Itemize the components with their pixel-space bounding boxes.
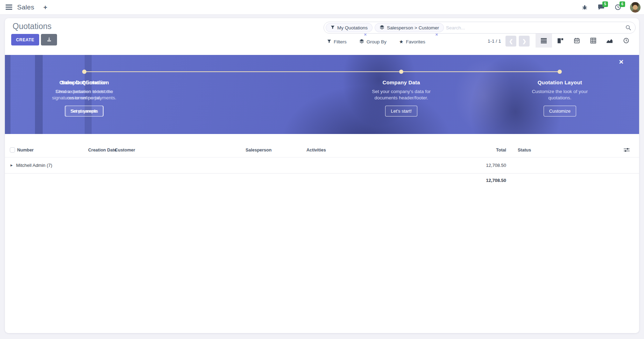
list-footer-row: 12,708.50 xyxy=(5,174,639,188)
step-description: Send a quotation to test the customer po… xyxy=(48,89,121,101)
group-total: 12,708.50 xyxy=(464,157,506,174)
view-activity-button[interactable] xyxy=(618,34,634,48)
column-header-status[interactable]: Status xyxy=(518,143,531,157)
layers-icon xyxy=(380,25,384,31)
activities-clock-icon[interactable]: 6 xyxy=(615,4,621,10)
filters-label: Filters xyxy=(334,39,347,44)
column-header-creation-date[interactable]: Creation Date xyxy=(88,143,116,157)
view-pivot-button[interactable] xyxy=(585,34,601,48)
view-calendar-button[interactable] xyxy=(568,34,585,48)
step-description: Set your company's data for documents he… xyxy=(365,89,438,101)
content-card: Quotations My Quotations × Salesperson >… xyxy=(5,18,639,333)
pager: 1-1 / 1 ❮ ❯ xyxy=(488,36,530,47)
list-view-icon xyxy=(541,38,547,43)
star-icon: ★ xyxy=(399,39,404,44)
app-root: Sales + 5 6 Quotations xyxy=(0,0,644,339)
footer-total: 12,708.50 xyxy=(464,174,506,188)
group-by-label: Group By xyxy=(367,39,387,44)
facet-remove-icon[interactable]: × xyxy=(435,32,438,37)
step-title: Quotation Layout xyxy=(481,79,639,85)
onboarding-banner: ✕ Company Data Set your company's data f… xyxy=(5,55,639,134)
send-sample-button[interactable]: Send sample xyxy=(65,106,103,116)
user-avatar[interactable] xyxy=(630,2,641,13)
search-facet-salesperson-customer[interactable]: Salesperson > Customer × xyxy=(375,23,444,32)
timeline-dot xyxy=(558,70,562,74)
navbar: Sales + 5 6 xyxy=(0,0,644,15)
filter-icon xyxy=(327,39,331,44)
timeline-dot xyxy=(399,70,403,74)
layers-icon xyxy=(359,39,364,45)
step-description: Customize the look of your quotations. xyxy=(523,89,596,101)
favorites-menu[interactable]: ★ Favorites xyxy=(399,39,425,44)
search-icon[interactable] xyxy=(625,25,631,30)
plus-icon[interactable]: + xyxy=(43,4,47,10)
app-name[interactable]: Sales xyxy=(17,3,34,11)
download-icon xyxy=(47,37,52,43)
pivot-view-icon xyxy=(590,38,596,43)
kanban-view-icon xyxy=(558,38,563,43)
messages-icon[interactable]: 5 xyxy=(598,4,604,10)
pager-next-button[interactable]: ❯ xyxy=(519,36,530,47)
page-title: Quotations xyxy=(13,22,51,31)
column-header-customer[interactable]: Customer xyxy=(115,143,135,157)
filter-icon xyxy=(331,25,335,30)
pager-value: 1-1 / 1 xyxy=(488,38,501,44)
group-label: Mitchell Admin (7) xyxy=(16,157,52,174)
search-menus: Filters Group By ★ Favorites xyxy=(327,36,425,47)
column-header-number[interactable]: Number xyxy=(17,143,34,157)
graph-view-icon xyxy=(607,38,613,43)
group-row-mitchell-admin[interactable]: ▶ Mitchell Admin (7) 12,708.50 xyxy=(5,157,639,174)
export-button[interactable] xyxy=(41,34,57,45)
timeline-dot xyxy=(82,70,86,74)
activity-view-icon xyxy=(623,38,629,43)
navbar-left: Sales + xyxy=(0,3,47,11)
filters-menu[interactable]: Filters xyxy=(327,39,347,44)
quotations-list: Number Creation Date Customer Salesperso… xyxy=(5,143,639,188)
lets-start-button[interactable]: Let's start! xyxy=(385,106,417,116)
customize-button[interactable]: Customize xyxy=(544,106,576,116)
navbar-right: 5 6 xyxy=(572,2,644,13)
step-title: Company Data xyxy=(322,79,481,85)
calendar-view-icon xyxy=(574,38,580,43)
search-input[interactable] xyxy=(446,25,625,30)
bug-icon[interactable] xyxy=(582,5,587,10)
view-graph-button[interactable] xyxy=(601,34,618,48)
onboarding-step-company-data: Company Data Set your company's data for… xyxy=(322,55,481,134)
messages-badge: 5 xyxy=(602,1,608,7)
list-header-row: Number Creation Date Customer Salesperso… xyxy=(5,143,639,157)
activities-badge: 6 xyxy=(620,1,625,7)
column-header-activities[interactable]: Activities xyxy=(306,143,326,157)
apps-menu-icon[interactable] xyxy=(6,5,12,10)
view-switcher xyxy=(536,34,634,48)
view-kanban-button[interactable] xyxy=(552,34,568,48)
search-box[interactable]: My Quotations × Salesperson > Customer × xyxy=(324,22,636,34)
facet-label: My Quotations xyxy=(337,25,368,30)
step-title: Sample Quotation xyxy=(5,79,163,85)
view-list-button[interactable] xyxy=(536,34,552,48)
select-all-checkbox[interactable] xyxy=(10,147,15,153)
optional-columns-icon[interactable] xyxy=(624,148,630,152)
facet-label: Salesperson > Customer xyxy=(387,25,439,30)
pager-previous-button[interactable]: ❮ xyxy=(505,36,516,47)
group-by-menu[interactable]: Group By xyxy=(359,39,387,45)
search-facet-my-quotations[interactable]: My Quotations × xyxy=(326,23,373,32)
expand-group-icon[interactable]: ▶ xyxy=(10,157,13,174)
create-button[interactable]: CREATE xyxy=(11,34,39,45)
column-header-total[interactable]: Total xyxy=(464,143,506,157)
onboarding-step-sample-quotation: Sample Quotation Send a quotation to tes… xyxy=(5,55,163,134)
favorites-label: Favorites xyxy=(406,39,425,44)
column-header-salesperson[interactable]: Salesperson xyxy=(246,143,271,157)
onboarding-step-quotation-layout: Quotation Layout Customize the look of y… xyxy=(481,55,639,134)
